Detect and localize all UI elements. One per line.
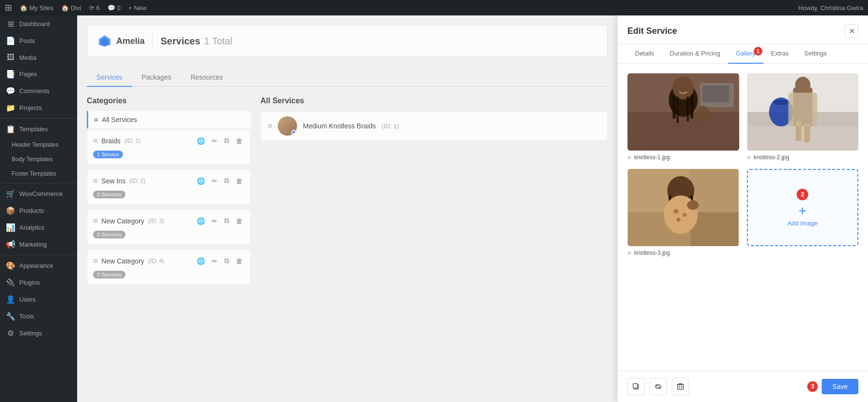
sidebar-sep-3 (0, 255, 77, 255)
main-layout: ⊞ Dashboard 📄 Posts 🖼 Media 📑 Pages 💬 Co… (0, 15, 868, 402)
save-step-badge: 3 (807, 381, 818, 392)
service-avatar-1 (278, 116, 297, 136)
sidebar-item-body-templates[interactable]: Body Templates (0, 152, 77, 166)
gallery-caption-2: ≡ knotless-2.jpg (747, 153, 859, 161)
sidebar-item-templates[interactable]: 📋 Templates (0, 121, 77, 138)
drag-handle-sewins[interactable]: ≡ (93, 177, 97, 185)
category-4-globe[interactable]: 🌐 (195, 256, 207, 266)
sidebar: ⊞ Dashboard 📄 Posts 🖼 Media 📑 Pages 💬 Co… (0, 15, 77, 402)
svg-point-32 (674, 209, 678, 214)
sidebar-item-products[interactable]: 📦 Products (0, 202, 77, 219)
main-content: Amelia Services 1 Total Services Package… (77, 15, 617, 402)
products-icon: 📦 (6, 206, 15, 215)
category-braids-delete[interactable]: 🗑 (234, 136, 244, 146)
save-button[interactable]: Save (822, 379, 858, 394)
category-item-braids: ≡ Braids (ID: 1) 🌐 ✏ ⧉ 🗑 1 Servi (87, 129, 251, 165)
sidebar-item-marketing[interactable]: 📢 Marketing (0, 236, 77, 253)
service-drag-handle[interactable]: ≡ (268, 122, 272, 130)
category-3-delete[interactable]: 🗑 (234, 216, 244, 226)
category-all[interactable]: ≡ All Services (87, 111, 251, 128)
category-3-globe[interactable]: 🌐 (195, 216, 207, 226)
admin-bar-revisions[interactable]: ⟳ 6 (89, 4, 100, 12)
category-sewins-badge: 0 Services (93, 191, 125, 198)
category-sewins-actions: 🌐 ✏ ⧉ 🗑 (195, 176, 244, 186)
sidebar-item-dashboard[interactable]: ⊞ Dashboard (0, 15, 77, 32)
dashboard-icon: ⊞ (6, 19, 15, 28)
category-all-drag: ≡ (94, 116, 98, 124)
tab-bar: Services Packages Resources (87, 69, 608, 87)
sidebar-item-analytics[interactable]: 📊 Analytics (0, 219, 77, 236)
sidebar-item-settings[interactable]: ⚙ Settings (0, 325, 77, 342)
category-sewins-globe[interactable]: 🌐 (195, 176, 207, 186)
category-4-edit[interactable]: ✏ (210, 256, 219, 266)
sidebar-item-woocommerce[interactable]: 🛒 WooCommerce (0, 185, 77, 202)
svg-rect-5 (703, 85, 729, 102)
visibility-button[interactable] (650, 378, 667, 395)
admin-bar-greeting: Howdy, Christina Gwira (798, 4, 863, 12)
gallery-item-2: ≡ knotless-2.jpg (747, 73, 859, 161)
category-sewins-edit[interactable]: ✏ (210, 176, 219, 186)
tab-resources[interactable]: Resources (181, 69, 232, 87)
sidebar-item-users[interactable]: 👤 Users (0, 291, 77, 308)
edit-tab-extras[interactable]: Extras (763, 44, 797, 64)
edit-tab-settings[interactable]: Settings (797, 44, 835, 64)
sidebar-item-tools[interactable]: 🔧 Tools (0, 308, 77, 325)
drag-lines-3[interactable]: ≡ (627, 249, 631, 257)
edit-tab-duration-pricing[interactable]: Duration & Pricing (662, 44, 728, 64)
category-braids-edit[interactable]: ✏ (210, 136, 219, 146)
media-icon: 🖼 (6, 53, 15, 62)
duplicate-button[interactable] (627, 378, 645, 395)
category-braids-copy[interactable]: ⧉ (222, 136, 231, 146)
svg-point-33 (683, 213, 687, 217)
tab-services[interactable]: Services (87, 69, 132, 87)
sidebar-item-pages[interactable]: 📑 Pages (0, 66, 77, 83)
sidebar-item-media[interactable]: 🖼 Media (0, 49, 77, 66)
category-4-badge: 0 Services (93, 271, 125, 278)
admin-bar-divi[interactable]: 🏠 Divi (61, 4, 81, 12)
category-item-sewins: ≡ Sew Ins (ID: 2) 🌐 ✏ ⧉ 🗑 0 Serv (87, 169, 251, 205)
sidebar-item-posts[interactable]: 📄 Posts (0, 32, 77, 49)
service-item-1[interactable]: ≡ Medium Knotless Braids (ID: 1) (260, 111, 608, 141)
wp-logo[interactable]: ⊞ (5, 2, 12, 13)
category-braids-globe[interactable]: 🌐 (195, 136, 207, 146)
img-woman-braids (627, 73, 739, 151)
admin-bar-comments[interactable]: 💬 0 (108, 4, 121, 12)
edit-tab-gallery[interactable]: Gallery 1 (728, 44, 763, 64)
sidebar-item-appearance[interactable]: 🎨 Appearance (0, 257, 77, 274)
category-4-copy[interactable]: ⧉ (222, 256, 231, 266)
sidebar-item-footer-templates[interactable]: Footer Templates (0, 166, 77, 181)
sidebar-item-header-templates[interactable]: Header Templates (0, 138, 77, 152)
category-sewins-copy[interactable]: ⧉ (222, 176, 231, 186)
page-header: Amelia Services 1 Total (87, 25, 608, 57)
drag-handle-4[interactable]: ≡ (93, 257, 97, 265)
category-3-name: ≡ New Category (ID: 3) (93, 217, 164, 225)
category-4-delete[interactable]: 🗑 (234, 256, 244, 266)
svg-point-19 (795, 77, 810, 94)
sidebar-item-plugins[interactable]: 🔌 Plugins (0, 274, 77, 291)
categories-title: Categories (87, 97, 251, 105)
drag-handle-3[interactable]: ≡ (93, 217, 97, 225)
drag-handle-braids[interactable]: ≡ (93, 137, 97, 145)
svg-point-34 (677, 218, 680, 222)
add-image-button[interactable]: 2 + Add Image (747, 169, 859, 246)
admin-bar-new[interactable]: + New (128, 4, 147, 12)
category-sewins-delete[interactable]: 🗑 (234, 176, 244, 186)
edit-tab-details[interactable]: Details (627, 44, 662, 64)
gallery-img-2 (747, 73, 859, 151)
category-braids-name: ≡ Braids (ID: 1) (93, 137, 140, 145)
category-3-edit[interactable]: ✏ (210, 216, 219, 226)
delete-button[interactable] (672, 378, 689, 395)
gallery-svg-1 (627, 73, 739, 151)
drag-lines-2[interactable]: ≡ (747, 153, 751, 161)
admin-bar-mysites[interactable]: 🏠 My Sites (20, 4, 54, 12)
gallery-svg-2 (747, 73, 859, 151)
sidebar-item-comments[interactable]: 💬 Comments (0, 83, 77, 99)
close-edit-panel-button[interactable]: ✕ (845, 24, 858, 38)
sidebar-item-projects[interactable]: 📁 Projects (0, 99, 77, 116)
drag-lines-1[interactable]: ≡ (627, 153, 631, 161)
category-3-copy[interactable]: ⧉ (222, 216, 231, 226)
edit-panel-footer: 3 Save (618, 371, 868, 402)
svg-rect-10 (691, 95, 693, 119)
tab-packages[interactable]: Packages (132, 69, 181, 87)
svg-rect-9 (677, 97, 679, 123)
